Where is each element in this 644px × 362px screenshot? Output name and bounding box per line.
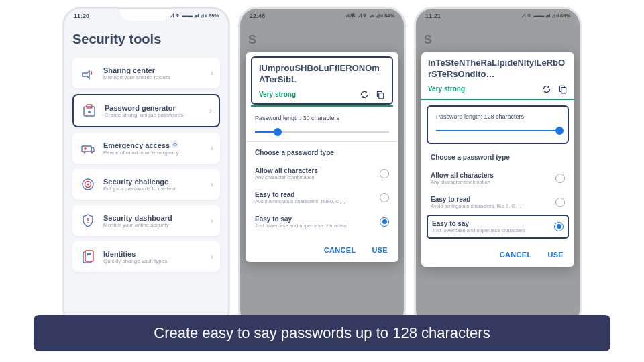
tool-emergency-access[interactable]: Emergency access Peace of mind in an eme…	[72, 133, 220, 164]
notch	[295, 9, 349, 21]
tool-title: Identities	[103, 250, 204, 258]
radio-icon[interactable]	[554, 222, 564, 231]
type-title: Easy to say	[255, 215, 347, 223]
chevron-right-icon: ›	[211, 68, 213, 78]
chevron-right-icon: ›	[211, 252, 213, 261]
radio-icon[interactable]	[380, 169, 389, 178]
page-title: Security tools	[72, 32, 220, 47]
tool-title: Security dashboard	[103, 214, 204, 222]
use-button[interactable]: USE	[547, 251, 564, 259]
generated-password: IUmprouSHBoLuFfIERONOmATerSibL	[259, 63, 385, 86]
type-section-heading: Choose a password type	[255, 149, 389, 156]
regenerate-icon[interactable]	[360, 90, 369, 99]
copy-icon[interactable]	[376, 90, 385, 99]
caption-banner: Create easy to say passwords up to 128 c…	[34, 315, 610, 351]
radio-icon[interactable]	[380, 217, 389, 227]
chevron-right-icon: ›	[211, 180, 213, 189]
type-subtitle: Just lowercase and uppercase characters	[255, 223, 347, 229]
ambulance-icon	[79, 139, 97, 157]
tool-subtitle: Monitor your online security	[103, 222, 204, 228]
svg-rect-14	[379, 93, 384, 98]
svg-rect-12	[87, 253, 91, 255]
svg-point-5	[91, 152, 93, 154]
regenerate-icon[interactable]	[542, 84, 551, 94]
radio-icon[interactable]	[555, 198, 565, 207]
length-slider[interactable]	[436, 125, 559, 136]
type-title: Easy to read	[431, 196, 523, 203]
background-title-peek: S	[240, 23, 404, 52]
type-subtitle: Any character combination	[255, 174, 318, 180]
tool-title: Sharing center	[103, 66, 204, 74]
type-easy-say[interactable]: Easy to say Just lowercase and uppercase…	[255, 210, 389, 234]
tool-identities[interactable]: Identities Quickly change vault types ›	[72, 241, 220, 272]
svg-rect-11	[85, 251, 93, 261]
chevron-right-icon: ›	[209, 106, 212, 115]
svg-rect-16	[561, 87, 566, 93]
status-icons: ⊡ ✶ ⩘ ᯤ ⊿ıl ⊿ıl 84%	[346, 13, 394, 19]
strength-bar	[421, 99, 574, 100]
tool-title: Security challenge	[103, 178, 204, 186]
generator-icon	[80, 102, 98, 119]
shield-icon	[79, 212, 97, 229]
strength-label: Very strong	[259, 90, 296, 98]
length-label: Password length: 30 characters	[255, 115, 389, 121]
type-title: Allow all characters	[431, 172, 494, 179]
svg-point-4	[84, 152, 86, 154]
type-subtitle: Any character combination	[431, 179, 494, 185]
status-time: 22:46	[250, 13, 265, 19]
password-generator-dialog: IUmprouSHBoLuFfIERONOmATerSibL Very stro…	[246, 52, 398, 262]
radio-icon[interactable]	[380, 193, 389, 202]
type-subtitle: Avoid ambiguous characters, like 0, O, I…	[255, 198, 347, 204]
notch	[471, 9, 525, 21]
notch	[119, 9, 173, 21]
type-easy-read[interactable]: Easy to read Avoid ambiguous characters,…	[255, 186, 389, 210]
tool-subtitle: Put your passwords to the test	[103, 186, 204, 192]
tool-title: Emergency access	[103, 141, 204, 149]
tool-subtitle: Manage your shared folders	[103, 74, 204, 80]
tool-security-dashboard[interactable]: Security dashboard Monitor your online s…	[72, 205, 220, 236]
cancel-button[interactable]: CANCEL	[500, 251, 532, 259]
tool-sharing-center[interactable]: Sharing center Manage your shared folder…	[72, 58, 220, 88]
tool-subtitle: Peace of mind in an emergency	[103, 149, 204, 156]
type-easy-say[interactable]: Easy to say Just lowercase and uppercase…	[427, 215, 569, 239]
type-easy-read[interactable]: Easy to read Avoid ambiguous characters,…	[431, 190, 565, 215]
tool-subtitle: Create strong, unique passwords	[105, 112, 203, 118]
password-generator-dialog: InTeSteNTheRaLlpideNItylLeRbOrSTeRsOndit…	[421, 52, 574, 267]
length-slider[interactable]	[255, 127, 389, 137]
svg-point-9	[87, 184, 89, 186]
strength-label: Very strong	[428, 85, 465, 93]
wifi-badge-icon	[172, 141, 178, 148]
type-section-heading: Choose a password type	[431, 154, 565, 161]
chevron-right-icon: ›	[211, 216, 213, 225]
cancel-button[interactable]: CANCEL	[324, 246, 356, 254]
password-display: IUmprouSHBoLuFfIERONOmATerSibL Very stro…	[251, 56, 393, 105]
svg-point-6	[172, 141, 178, 148]
radio-icon[interactable]	[555, 174, 565, 183]
type-title: Easy to read	[255, 191, 347, 198]
identities-icon	[79, 248, 97, 265]
length-label: Password length: 128 characters	[436, 113, 559, 120]
sharing-icon	[79, 64, 97, 82]
svg-point-2	[88, 111, 91, 113]
background-title-peek: S	[416, 23, 580, 52]
use-button[interactable]: USE	[372, 246, 388, 254]
phone-generator-30: 22:46 ⊡ ✶ ⩘ ᯤ ⊿ıl ⊿ıl 84% S IUmprouSHBoL…	[238, 7, 406, 328]
type-allow-all[interactable]: Allow all characters Any character combi…	[431, 166, 565, 190]
type-subtitle: Avoid ambiguous characters, like 0, O, I…	[431, 203, 523, 209]
tool-password-generator[interactable]: Password generator Create strong, unique…	[72, 94, 220, 127]
chevron-right-icon: ›	[211, 143, 213, 153]
tool-subtitle: Quickly change vault types	[103, 258, 204, 264]
tool-title: Password generator	[105, 104, 203, 112]
status-time: 11:20	[74, 13, 89, 19]
generated-password: InTeSteNTheRaLlpideNItylLeRbOrSTeRsOndit…	[428, 58, 568, 80]
caption-text: Create easy to say passwords up to 128 c…	[47, 324, 597, 342]
copy-icon[interactable]	[558, 84, 568, 94]
type-title: Allow all characters	[255, 167, 318, 174]
type-allow-all[interactable]: Allow all characters Any character combi…	[255, 162, 389, 186]
type-title: Easy to say	[432, 220, 525, 227]
phone-security-tools: 11:20 ✶ ⋮ ⩘ ᯤ ▬▬ ⊿ıl ⊿ıl 69% Security to…	[62, 7, 230, 328]
phone-generator-128: 11:21 ✶ ⋮ ⩘ ᯤ ▬▬ ⊿ıl ⊿ıl 69% S InTeSteNT…	[414, 7, 582, 328]
tool-security-challenge[interactable]: Security challenge Put your passwords to…	[72, 169, 220, 200]
target-icon	[79, 176, 97, 193]
type-subtitle: Just lowercase and uppercase characters	[432, 227, 525, 233]
